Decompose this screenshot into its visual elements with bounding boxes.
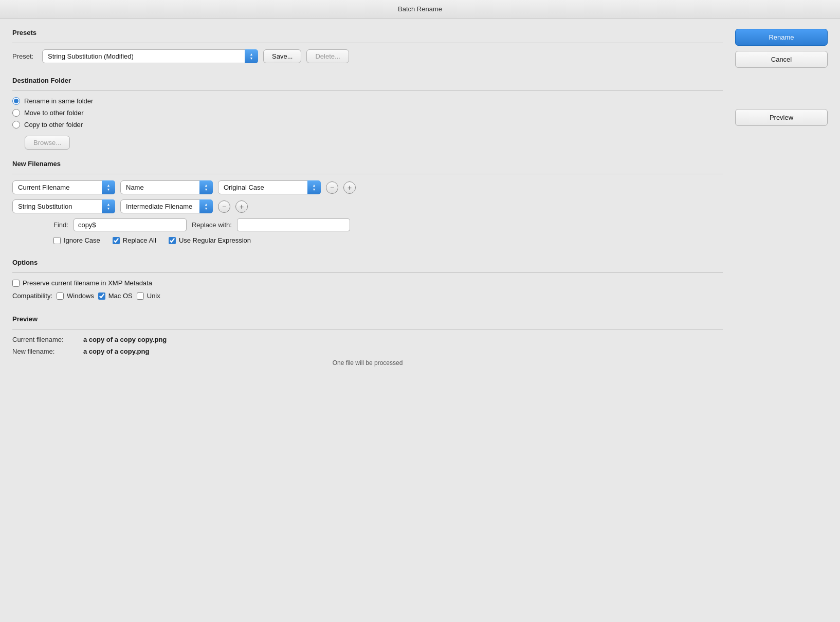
- type-select-container-2: String Substitution Insert Text Delete C…: [12, 199, 115, 213]
- find-replace-row: Find: Replace with:: [53, 218, 723, 231]
- new-filename-label: New filename:: [12, 347, 79, 355]
- destination-radio-group: Rename in same folder Move to other fold…: [12, 97, 723, 129]
- radio-move-folder-label: Move to other folder: [24, 109, 84, 117]
- preserve-xmp-label: Preserve current filename in XMP Metadat…: [23, 279, 152, 287]
- current-filename-label: Current filename:: [12, 336, 79, 343]
- ignore-case-checkbox[interactable]: Ignore Case: [53, 236, 100, 244]
- compatibility-row: Compatibility: Windows Mac OS Unix: [12, 292, 723, 300]
- window-title: Batch Rename: [398, 5, 442, 13]
- unix-input[interactable]: [137, 292, 144, 300]
- replace-label: Replace with:: [192, 221, 232, 229]
- preview-section: Preview Current filename: a copy of a co…: [12, 315, 723, 367]
- presets-divider: [12, 43, 723, 43]
- new-filenames-section: New Filenames Current Filename Name Exte…: [12, 160, 723, 248]
- preset-label: Preset:: [12, 52, 37, 60]
- add-row-2-button[interactable]: +: [235, 200, 248, 213]
- presets-title: Presets: [12, 29, 723, 36]
- checkboxes-row: Ignore Case Replace All Use Regular Expr…: [53, 236, 723, 244]
- preset-select-container: String Substitution (Modified) String Su…: [42, 49, 258, 63]
- cancel-button[interactable]: Cancel: [735, 51, 828, 68]
- main-container: Presets Preset: String Substitution (Mod…: [0, 19, 840, 387]
- replace-input[interactable]: [237, 218, 350, 231]
- filenames-row-1: Current Filename Name Extension Counter …: [12, 180, 723, 194]
- preserve-xmp-checkbox[interactable]: Preserve current filename in XMP Metadat…: [12, 279, 723, 287]
- unix-label: Unix: [147, 292, 160, 300]
- type-select-container-1: Current Filename Name Extension Counter …: [12, 180, 115, 194]
- windows-input[interactable]: [57, 292, 64, 300]
- options-title: Options: [12, 259, 723, 266]
- options-divider: [12, 272, 723, 273]
- right-panel: Rename Cancel Preview: [735, 29, 828, 377]
- case-select[interactable]: Original Case UPPERCASE lowercase Title …: [218, 180, 321, 194]
- case-select-container: Original Case UPPERCASE lowercase Title …: [218, 180, 321, 194]
- preview-button[interactable]: Preview: [735, 109, 828, 126]
- remove-row-2-button[interactable]: −: [218, 200, 230, 213]
- left-panel: Presets Preset: String Substitution (Mod…: [12, 29, 723, 377]
- current-filename-value: a copy of a copy copy.png: [83, 336, 167, 343]
- use-regex-label: Use Regular Expression: [179, 236, 251, 244]
- preview-divider: [12, 329, 723, 330]
- new-filenames-title: New Filenames: [12, 160, 723, 168]
- destination-folder-section: Destination Folder Rename in same folder…: [12, 77, 723, 150]
- ignore-case-input[interactable]: [53, 237, 61, 244]
- browse-button: Browse...: [25, 136, 70, 150]
- macos-checkbox[interactable]: Mac OS: [98, 292, 133, 300]
- macos-label: Mac OS: [108, 292, 133, 300]
- replace-all-input[interactable]: [113, 237, 120, 244]
- presets-section: Presets Preset: String Substitution (Mod…: [12, 29, 723, 66]
- find-input[interactable]: [74, 218, 187, 231]
- radio-same-folder-label: Rename in same folder: [24, 97, 93, 105]
- type-select-1[interactable]: Current Filename Name Extension Counter …: [12, 180, 115, 194]
- radio-same-folder[interactable]: Rename in same folder: [12, 97, 723, 105]
- type-select-2[interactable]: String Substitution Insert Text Delete C…: [12, 199, 115, 213]
- source-select-container: Intermediate Filename Current Filename: [120, 199, 213, 213]
- delete-button: Delete...: [306, 49, 349, 63]
- new-filename-row: New filename: a copy of a copy.png: [12, 347, 723, 355]
- new-filename-value: a copy of a copy.png: [83, 347, 149, 355]
- radio-same-folder-input[interactable]: [12, 97, 20, 105]
- new-filenames-divider: [12, 174, 723, 174]
- presets-row: Preset: String Substitution (Modified) S…: [12, 49, 723, 63]
- destination-divider: [12, 90, 723, 91]
- radio-copy-folder[interactable]: Copy to other folder: [12, 121, 723, 129]
- use-regex-checkbox[interactable]: Use Regular Expression: [169, 236, 251, 244]
- radio-move-folder-input[interactable]: [12, 109, 20, 117]
- remove-row-1-button[interactable]: −: [326, 181, 338, 194]
- part-select-container: Name Extension Full Name: [120, 180, 213, 194]
- destination-folder-title: Destination Folder: [12, 77, 723, 84]
- title-bar: Batch Rename: [0, 0, 840, 19]
- preserve-xmp-input[interactable]: [12, 280, 20, 287]
- save-button[interactable]: Save...: [263, 49, 301, 63]
- add-row-1-button[interactable]: +: [343, 181, 356, 194]
- compatibility-label: Compatibility:: [12, 292, 52, 300]
- rename-button[interactable]: Rename: [735, 29, 828, 46]
- use-regex-input[interactable]: [169, 237, 176, 244]
- radio-move-folder[interactable]: Move to other folder: [12, 109, 723, 117]
- current-filename-row: Current filename: a copy of a copy copy.…: [12, 336, 723, 343]
- windows-label: Windows: [67, 292, 94, 300]
- find-label: Find:: [53, 221, 68, 229]
- part-select[interactable]: Name Extension Full Name: [120, 180, 213, 194]
- radio-copy-folder-label: Copy to other folder: [24, 121, 83, 129]
- options-row: Preserve current filename in XMP Metadat…: [12, 279, 723, 300]
- windows-checkbox[interactable]: Windows: [57, 292, 94, 300]
- preset-select[interactable]: String Substitution (Modified) String Su…: [42, 49, 258, 63]
- preview-info: One file will be processed: [12, 359, 723, 367]
- unix-checkbox[interactable]: Unix: [137, 292, 160, 300]
- replace-all-checkbox[interactable]: Replace All: [113, 236, 156, 244]
- ignore-case-label: Ignore Case: [64, 236, 100, 244]
- preview-title: Preview: [12, 315, 723, 323]
- radio-copy-folder-input[interactable]: [12, 121, 20, 129]
- replace-all-label: Replace All: [123, 236, 156, 244]
- filenames-row-2: String Substitution Insert Text Delete C…: [12, 199, 723, 213]
- macos-input[interactable]: [98, 292, 105, 300]
- source-select[interactable]: Intermediate Filename Current Filename: [120, 199, 213, 213]
- options-section: Options Preserve current filename in XMP…: [12, 259, 723, 303]
